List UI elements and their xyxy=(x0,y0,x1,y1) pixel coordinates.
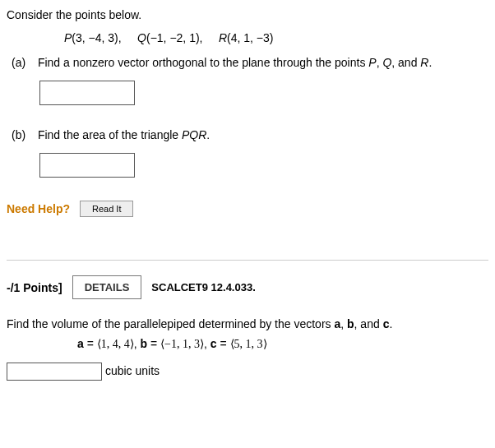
question-2: -/1 Points] DETAILS SCALCET9 12.4.033. F… xyxy=(7,260,488,381)
q1-points-line: P(3, −4, 3), Q(−1, −2, 1), R(4, 1, −3) xyxy=(64,31,488,44)
details-button[interactable]: DETAILS xyxy=(72,275,142,299)
q2-answer-input[interactable] xyxy=(7,363,102,381)
q1-part-b: (b) Find the area of the triangle PQR. xyxy=(12,128,488,178)
need-help-label: Need Help? xyxy=(7,202,70,215)
q2-vectors: a = ⟨1, 4, 4⟩, b = ⟨−1, 1, 3⟩, c = ⟨5, 1… xyxy=(77,337,488,351)
q1-intro: Consider the points below. xyxy=(7,8,488,21)
q1-part-a: (a) Find a nonzero vector orthogonal to … xyxy=(12,56,488,105)
point-q-label: Q xyxy=(137,31,146,44)
question-1: Consider the points below. P(3, −4, 3), … xyxy=(7,8,488,217)
point-q-value: (−1, −2, 1), xyxy=(146,31,202,44)
q2-answer-row: cubic units xyxy=(7,363,488,381)
part-b-label: (b) xyxy=(12,128,35,141)
q2-source: SCALCET9 12.4.033. xyxy=(151,281,255,293)
point-p-label: P xyxy=(64,31,72,44)
part-b-text: Find the area of the triangle PQR. xyxy=(38,128,210,141)
part-a-text: Find a nonzero vector orthogonal to the … xyxy=(38,56,432,69)
part-b-answer-input[interactable] xyxy=(39,153,135,178)
point-p-value: (3, −4, 3), xyxy=(72,31,121,44)
q2-prompt: Find the volume of the parallelepiped de… xyxy=(7,317,488,330)
q2-units: cubic units xyxy=(102,364,160,377)
point-r-label: R xyxy=(219,31,227,44)
point-r-value: (4, 1, −3) xyxy=(227,31,273,44)
need-help-row: Need Help? Read It xyxy=(7,201,488,217)
q2-header: -/1 Points] DETAILS SCALCET9 12.4.033. xyxy=(7,275,488,299)
q2-points: -/1 Points] xyxy=(7,281,62,294)
part-a-answer-input[interactable] xyxy=(39,81,135,105)
read-it-button[interactable]: Read It xyxy=(80,201,133,217)
part-a-label: (a) xyxy=(12,56,35,69)
